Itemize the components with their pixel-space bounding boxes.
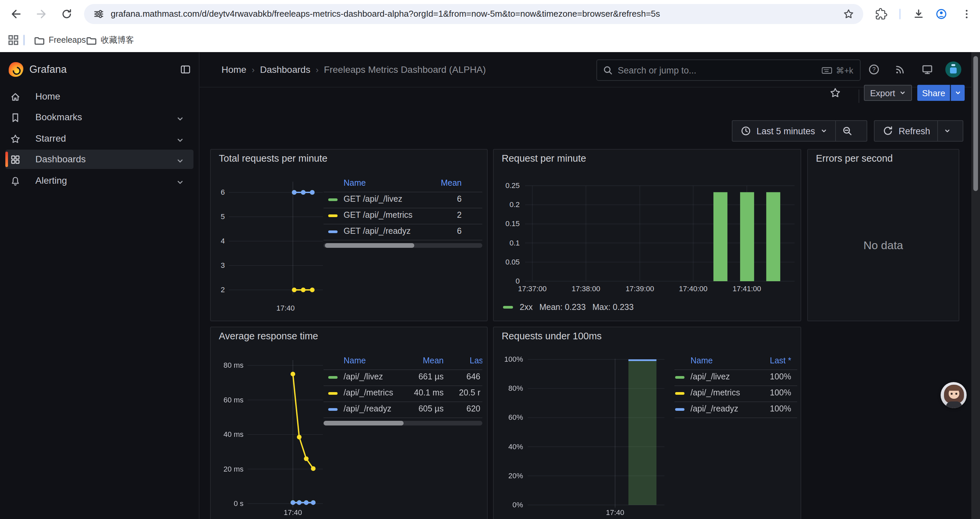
search-input[interactable]: Search or jump to... ⌘+k <box>597 59 861 81</box>
browser-profile-icon[interactable] <box>935 8 947 20</box>
forward-icon[interactable] <box>35 8 48 20</box>
legend-separator <box>323 401 482 402</box>
chart-requests-under-100ms: 100%80%60%40%20%0%17:40NameLast */api/_/… <box>494 327 800 519</box>
toolbar-divider <box>899 9 900 19</box>
export-button[interactable]: Export <box>864 85 912 101</box>
button-divider <box>938 121 938 141</box>
legend-value: 2 <box>323 211 461 220</box>
panel-errors-per-second: Errors per second No data <box>807 149 959 321</box>
clock-icon <box>740 126 751 136</box>
svg-text:0: 0 <box>516 277 520 285</box>
toolbar-divider <box>859 89 859 103</box>
favorite-star-icon[interactable] <box>829 87 841 99</box>
home-icon <box>10 91 21 102</box>
sidebar-item-alerting[interactable]: Alerting <box>5 171 194 190</box>
grafana-logo-icon[interactable] <box>9 62 23 77</box>
svg-text:60 ms: 60 ms <box>223 396 243 404</box>
user-menu-avatar[interactable] <box>945 61 961 77</box>
panel-average-response-time: Average response time 80 ms60 ms40 ms20 … <box>210 327 488 519</box>
breadcrumb-home[interactable]: Home <box>221 64 247 75</box>
refresh-button[interactable]: Refresh <box>874 120 963 142</box>
panel-request-per-minute: Request per minute 0.250.20.150.10.05017… <box>493 149 801 321</box>
svg-text:17:39:00: 17:39:00 <box>625 284 654 293</box>
panel-title[interactable]: Errors per second <box>816 153 893 164</box>
request-per-minute-legend: 2xxMean: 0.233Max: 0.233 <box>503 302 634 313</box>
bookmark-folder-blogs[interactable]: 收藏博客 <box>85 33 134 48</box>
chevron-down-icon <box>821 128 827 134</box>
zoom-out-icon[interactable] <box>842 125 853 137</box>
svg-text:0.1: 0.1 <box>509 239 520 247</box>
legend-value: 100% <box>675 404 791 414</box>
legend-separator <box>675 401 797 402</box>
url-text: grafana.mathmast.com/d/deytv4rwavabkb/fr… <box>111 4 845 24</box>
extensions-icon[interactable] <box>875 8 887 20</box>
svg-text:?: ? <box>872 66 876 73</box>
legend-header[interactable]: Las <box>470 356 482 366</box>
share-button[interactable]: Share <box>917 85 950 101</box>
refresh-label: Refresh <box>899 126 930 136</box>
legend-separator <box>675 385 797 386</box>
monitor-icon[interactable] <box>921 64 933 75</box>
refresh-interval-chevron-icon[interactable] <box>944 128 951 134</box>
legend-separator <box>323 385 482 386</box>
time-range-picker[interactable]: Last 5 minutes <box>732 120 867 142</box>
bell-icon <box>10 175 21 186</box>
apps-grid-icon[interactable] <box>7 34 19 46</box>
sidebar-item-starred[interactable]: Starred <box>5 129 194 148</box>
apps-grid-icon <box>10 154 21 164</box>
legend-value: 100% <box>675 372 791 382</box>
site-info-icon[interactable] <box>93 8 105 20</box>
breadcrumb-dashboards[interactable]: Dashboards <box>260 64 310 75</box>
svg-text:0.25: 0.25 <box>505 181 520 190</box>
folder-icon <box>33 34 45 46</box>
no-data-message: No data <box>808 239 959 252</box>
button-divider <box>835 121 836 141</box>
legend-header[interactable]: Mean <box>323 178 461 188</box>
browser-menu-icon[interactable] <box>961 8 973 20</box>
legend-scrollbar-thumb[interactable] <box>325 243 414 248</box>
legend-stat: Max: 0.233 <box>592 303 634 312</box>
screen: grafana.mathmast.com/d/deytv4rwavabkb/fr… <box>0 0 980 519</box>
legend-header[interactable]: Mean <box>323 356 444 366</box>
chevron-down-icon[interactable] <box>176 113 184 121</box>
brand: Grafana <box>29 52 67 87</box>
chevron-down-icon <box>955 89 961 96</box>
help-icon[interactable]: ? <box>868 64 880 75</box>
bookmark-folder-freeleaps[interactable]: Freeleaps <box>33 33 86 48</box>
bookmark-page-star-icon[interactable] <box>843 8 854 20</box>
sidebar-item-dashboards[interactable]: Dashboards <box>5 150 194 169</box>
legend-series-name[interactable]: 2xx <box>520 303 533 312</box>
legend-separator <box>323 417 482 418</box>
back-icon[interactable] <box>10 8 22 20</box>
legend-header[interactable]: Last * <box>675 356 791 366</box>
page-scrollbar-thumb[interactable] <box>973 56 978 191</box>
url-bar[interactable]: grafana.mathmast.com/d/deytv4rwavabkb/fr… <box>84 4 863 24</box>
sidebar-item-home[interactable]: Home <box>5 87 194 106</box>
chevron-down-icon[interactable] <box>176 177 184 185</box>
news-rss-icon[interactable] <box>894 64 906 75</box>
total-requests-per-minute-legend: NameMeanGET /api/_/livez6GET /api/_/metr… <box>323 176 482 251</box>
sidebar-item-bookmarks[interactable]: Bookmarks <box>5 107 194 127</box>
chevron-down-icon[interactable] <box>176 155 184 163</box>
chevron-down-icon[interactable] <box>176 134 184 143</box>
star-icon <box>10 133 21 144</box>
downloads-icon[interactable] <box>913 8 924 20</box>
assistant-avatar-overlay[interactable] <box>941 382 967 408</box>
svg-text:5: 5 <box>221 212 225 221</box>
breadcrumb-separator: › <box>315 64 318 75</box>
legend-value: 620 <box>323 404 480 414</box>
chart-total-requests: 6543217:40NameMeanGET /api/_/livez6GET /… <box>211 150 487 321</box>
chevron-down-icon <box>899 89 906 96</box>
svg-text:20 ms: 20 ms <box>223 465 243 473</box>
reload-icon[interactable] <box>61 8 73 20</box>
legend-separator <box>323 240 482 241</box>
requests-under-100ms-legend: NameLast */api/_/livez100%/api/_/metrics… <box>675 353 797 428</box>
grafana-app: Grafana Home Bookmarks Starred Dashboard… <box>0 52 980 519</box>
legend-scrollbar-thumb[interactable] <box>323 421 404 425</box>
search-icon <box>603 65 612 75</box>
bookmarks-bar: Freeleaps 收藏博客 <box>0 28 980 52</box>
svg-text:0 s: 0 s <box>234 499 243 508</box>
legend-stat: Mean: 0.233 <box>539 303 586 312</box>
share-dropdown-button[interactable] <box>951 85 965 101</box>
sidebar-toggle-icon[interactable] <box>180 64 191 75</box>
